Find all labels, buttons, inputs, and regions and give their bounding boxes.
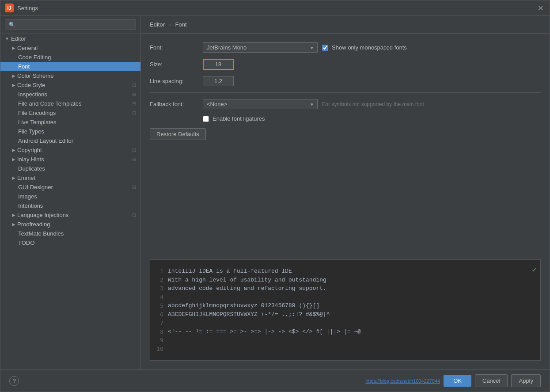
close-button[interactable]: ✕ bbox=[535, 3, 545, 13]
sidebar-item-android-layout[interactable]: Android Layout Editor bbox=[0, 136, 140, 145]
size-label: Size: bbox=[150, 61, 198, 68]
copy-icon-encodings: ⊞ bbox=[132, 110, 136, 116]
copy-icon-copyright: ⊞ bbox=[132, 147, 136, 153]
line-content: ABCDEFGHIJKLMNOPQRSTUVWXYZ +-*/= .,;:!? … bbox=[168, 310, 330, 319]
preview-line-9: 9 bbox=[155, 336, 533, 345]
size-row: Size: bbox=[150, 59, 541, 70]
line-number: 10 bbox=[155, 345, 163, 354]
copy-icon-inlay: ⊞ bbox=[132, 156, 136, 162]
bottom-bar-left: ? bbox=[9, 376, 19, 386]
preview-area: ✓ 1 IntelliJ IDEA is a full-featured IDE… bbox=[150, 259, 541, 361]
show-monospaced-checkbox[interactable] bbox=[322, 45, 328, 51]
sidebar-item-label: Proofreading bbox=[17, 221, 50, 228]
font-select[interactable]: JetBrains Mono bbox=[203, 42, 318, 53]
sidebar-item-todo[interactable]: TODO bbox=[0, 238, 140, 247]
expand-arrow-emmet: ▶ bbox=[12, 175, 15, 180]
breadcrumb-current: Font bbox=[175, 21, 187, 28]
line-spacing-label: Line spacing: bbox=[150, 78, 198, 84]
settings-panel: Font: JetBrains Mono Show only monospace… bbox=[141, 34, 550, 259]
sidebar-item-font[interactable]: Font bbox=[0, 62, 140, 71]
sidebar-item-proofreading[interactable]: ▶ Proofreading bbox=[0, 220, 140, 229]
copy-icon-lang: ⊞ bbox=[132, 212, 136, 218]
line-content: advanced code editing and refactoring su… bbox=[168, 284, 326, 293]
sidebar-item-label: File Encodings bbox=[18, 110, 56, 116]
sidebar-item-label: File and Code Templates bbox=[18, 100, 82, 107]
apply-button[interactable]: Apply bbox=[511, 374, 541, 387]
line-number: 9 bbox=[155, 336, 163, 345]
sidebar-item-duplicates[interactable]: Duplicates bbox=[0, 164, 140, 173]
sidebar-item-language-injections[interactable]: ▶ Language Injections ⊞ bbox=[0, 210, 140, 220]
cancel-button[interactable]: Cancel bbox=[475, 374, 508, 387]
preview-line-6: 6 ABCDEFGHIJKLMNOPQRSTUVWXYZ +-*/= .,;:!… bbox=[155, 310, 533, 319]
sidebar-item-copyright[interactable]: ▶ Copyright ⊞ bbox=[0, 145, 140, 155]
search-box bbox=[0, 16, 140, 34]
right-panel: Editor › Font Font: JetBrains Mono Show … bbox=[141, 16, 550, 369]
breadcrumb-sep: › bbox=[169, 21, 171, 28]
copy-icon-code-style: ⊞ bbox=[132, 82, 136, 88]
fallback-select[interactable]: <None> bbox=[203, 99, 318, 109]
expand-arrow-color: ▶ bbox=[12, 73, 15, 78]
sidebar-item-label: Inlay Hints bbox=[17, 156, 44, 163]
sidebar-item-label: Emmet bbox=[17, 175, 35, 181]
size-input[interactable] bbox=[203, 59, 234, 70]
sidebar-item-editor[interactable]: ▼ Editor bbox=[0, 34, 140, 43]
sidebar-item-label: Language Injections bbox=[17, 212, 68, 218]
sidebar-item-file-types[interactable]: File Types bbox=[0, 127, 140, 136]
copy-icon-file-templates: ⊞ bbox=[132, 101, 136, 107]
preview-line-2: 2 With a high level of usability and out… bbox=[155, 276, 533, 285]
sidebar-item-live-templates[interactable]: Live Templates bbox=[0, 118, 140, 127]
copy-icon-inspections: ⊞ bbox=[132, 91, 136, 97]
sidebar-item-code-editing[interactable]: Code Editing bbox=[0, 53, 140, 62]
fallback-select-wrapper: <None> bbox=[203, 99, 318, 109]
sidebar-item-images[interactable]: Images bbox=[0, 192, 140, 201]
expand-arrow-inlay: ▶ bbox=[12, 157, 15, 162]
sidebar-item-label: Code Style bbox=[17, 82, 46, 88]
ligatures-label: Enable font ligatures bbox=[212, 115, 265, 122]
sidebar-item-code-style[interactable]: ▶ Code Style ⊞ bbox=[0, 80, 140, 90]
sidebar-item-textmate[interactable]: TextMate Bundles bbox=[0, 229, 140, 238]
font-select-wrapper: JetBrains Mono bbox=[203, 42, 318, 53]
line-number: 6 bbox=[155, 310, 163, 319]
sidebar-item-label: Editor bbox=[11, 35, 26, 42]
preview-line-8: 8 <!-- -- != := === >= >- >=> |-> -> <$>… bbox=[155, 327, 533, 336]
line-content: IntelliJ IDEA is a full-featured IDE bbox=[168, 267, 292, 276]
monospaced-checkbox-row: Show only monospaced fonts bbox=[322, 44, 407, 51]
font-row: Font: JetBrains Mono Show only monospace… bbox=[150, 42, 541, 53]
line-content: abcdefghijklmnopqrstuvwxyz 0123456789 ()… bbox=[168, 301, 319, 310]
sidebar-item-file-encodings[interactable]: File Encodings ⊞ bbox=[0, 108, 140, 118]
sidebar: ▼ Editor ▶ General Code Editing Font ▶ C… bbox=[0, 16, 141, 369]
ligatures-checkbox-row: Enable font ligatures bbox=[203, 115, 265, 122]
line-content: With a high level of usability and outst… bbox=[168, 276, 326, 285]
line-number: 1 bbox=[155, 267, 163, 276]
sidebar-item-general[interactable]: ▶ General bbox=[0, 43, 140, 53]
sidebar-item-label: General bbox=[17, 45, 38, 51]
expand-arrow-copyright: ▶ bbox=[12, 148, 15, 152]
sidebar-item-inlay-hints[interactable]: ▶ Inlay Hints ⊞ bbox=[0, 155, 140, 164]
ligatures-row: Enable font ligatures bbox=[150, 115, 541, 122]
sidebar-item-intentions[interactable]: Intentions bbox=[0, 201, 140, 210]
help-button[interactable]: ? bbox=[9, 376, 19, 386]
sidebar-item-file-code-templates[interactable]: File and Code Templates ⊞ bbox=[0, 99, 140, 108]
sidebar-item-label: Code Editing bbox=[18, 54, 51, 61]
preview-line-4: 4 bbox=[155, 293, 533, 302]
ok-button[interactable]: OK bbox=[444, 375, 471, 387]
checkmark-icon: ✓ bbox=[532, 263, 537, 275]
monospaced-label: Show only monospaced fonts bbox=[332, 44, 407, 51]
sidebar-item-label: Inspections bbox=[18, 91, 47, 98]
line-spacing-input[interactable] bbox=[203, 76, 234, 86]
status-url: https://blog.csdn.net/h1004227044 bbox=[365, 378, 440, 384]
search-input[interactable] bbox=[5, 19, 136, 30]
fallback-label: Fallback font: bbox=[150, 101, 198, 107]
fallback-note: For symbols not supported by the main fo… bbox=[322, 101, 424, 107]
sidebar-item-label: File Types bbox=[18, 128, 44, 135]
expand-arrow-lang: ▶ bbox=[12, 213, 15, 217]
sidebar-item-color-scheme[interactable]: ▶ Color Scheme bbox=[0, 71, 140, 80]
line-number: 5 bbox=[155, 301, 163, 310]
ligatures-checkbox[interactable] bbox=[203, 116, 209, 122]
sidebar-item-gui-designer[interactable]: GUI Designer ⊞ bbox=[0, 183, 140, 192]
sidebar-item-label: TODO bbox=[18, 240, 34, 246]
sidebar-item-inspections[interactable]: Inspections ⊞ bbox=[0, 90, 140, 99]
sidebar-item-emmet[interactable]: ▶ Emmet bbox=[0, 173, 140, 183]
restore-defaults-button[interactable]: Restore Defaults bbox=[150, 128, 206, 140]
settings-dialog: IJ Settings ✕ ▼ Editor ▶ General Code Ed… bbox=[0, 0, 550, 392]
